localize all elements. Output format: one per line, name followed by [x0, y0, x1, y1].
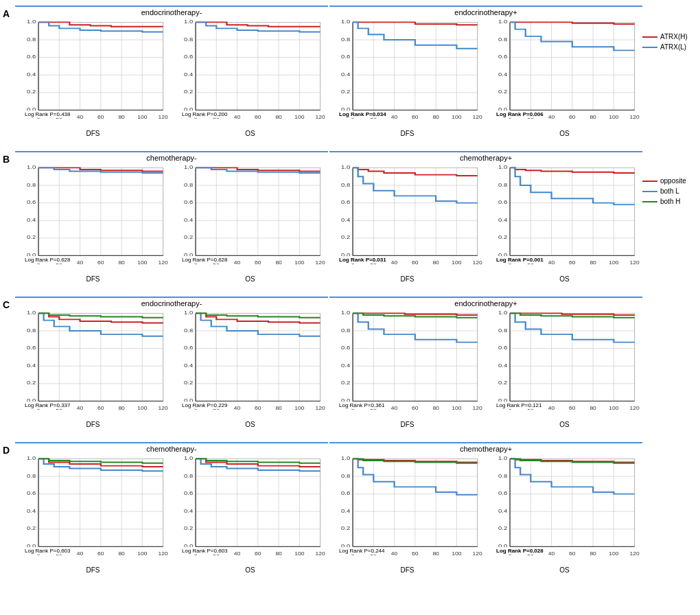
row-C: Cendocrinotherapy-0.00.20.40.60.81.00204… [3, 297, 642, 441]
svg-text:100: 100 [294, 115, 305, 120]
legend-item: both L [642, 187, 697, 195]
svg-text:0.2: 0.2 [341, 525, 350, 531]
svg-text:1.0: 1.0 [184, 164, 193, 170]
chart-svg-D-1-0: 0.00.20.40.60.81.0020406080100120Log Ran… [329, 454, 485, 566]
svg-text:1.0: 1.0 [341, 19, 350, 25]
chart-svg-A-0-1: 0.00.20.40.60.81.0020406080100120Log Ran… [172, 18, 328, 129]
svg-text:120: 120 [630, 260, 640, 266]
svg-text:60: 60 [412, 115, 419, 120]
svg-text:0.2: 0.2 [498, 525, 507, 531]
pval-D-1-0: Log Rank P=0.244 [338, 547, 386, 555]
svg-text:80: 80 [118, 260, 125, 266]
chart-svg-B-1-1: 0.00.20.40.60.81.0020406080100120Log Ran… [487, 163, 642, 275]
chart-xlabel-D-1-1: OS [559, 566, 569, 574]
svg-text:0.6: 0.6 [498, 54, 507, 60]
svg-text:100: 100 [452, 115, 462, 120]
legend-label: both L [660, 187, 679, 195]
group-C-1: endocrinotherapy+0.00.20.40.60.81.002040… [329, 297, 642, 428]
svg-text:0.6: 0.6 [184, 345, 193, 351]
svg-text:100: 100 [609, 551, 619, 557]
svg-text:1.0: 1.0 [27, 164, 36, 170]
charts-row-B-0: 0.00.20.40.60.81.0020406080100120Log Ran… [15, 163, 328, 283]
svg-text:60: 60 [412, 260, 419, 266]
chart-xlabel-B-1-1: OS [559, 275, 569, 283]
chart-wrap-A-1-1: 0.00.20.40.60.81.0020406080100120Log Ran… [487, 18, 642, 137]
svg-text:0.4: 0.4 [27, 362, 36, 368]
svg-text:120: 120 [630, 551, 640, 557]
svg-text:100: 100 [137, 260, 148, 266]
svg-text:0.2: 0.2 [27, 525, 36, 531]
svg-text:0.8: 0.8 [341, 181, 350, 187]
chart-wrap-C-1-1: 0.00.20.40.60.81.0020406080100120Log Ran… [487, 309, 642, 428]
svg-text:120: 120 [159, 115, 169, 120]
chart-svg-A-1-0: 0.00.20.40.60.81.0020406080100120Log Ran… [329, 18, 485, 129]
pval-B-1-0: Log Rank P=0.031 [338, 256, 388, 264]
row-B: Bchemotherapy-0.00.20.40.60.81.002040608… [3, 151, 642, 295]
svg-text:80: 80 [118, 406, 125, 411]
charts-row-C-1: 0.00.20.40.60.81.0020406080100120Log Ran… [329, 309, 642, 428]
svg-text:0.4: 0.4 [498, 362, 507, 368]
chart-svg-D-1-1: 0.00.20.40.60.81.0020406080100120Log Ran… [487, 454, 642, 566]
svg-text:80: 80 [118, 551, 125, 557]
svg-text:120: 120 [473, 406, 483, 411]
panels-column: Aendocrinotherapy-0.00.20.40.60.81.00204… [3, 5, 642, 612]
svg-text:0.6: 0.6 [184, 199, 193, 205]
charts-row-D-1: 0.00.20.40.60.81.0020406080100120Log Ran… [329, 454, 642, 574]
svg-text:1.0: 1.0 [27, 310, 36, 316]
pval-C-1-1: Log Rank P=0.121 [495, 402, 544, 409]
group-B-1: chemotherapy+0.00.20.40.60.81.0020406080… [329, 151, 642, 283]
svg-text:0.6: 0.6 [498, 490, 507, 496]
svg-text:0.6: 0.6 [27, 490, 36, 496]
svg-text:0.4: 0.4 [341, 216, 350, 222]
svg-text:0.2: 0.2 [341, 380, 350, 386]
group-title-A-1: endocrinotherapy+ [329, 5, 642, 16]
svg-text:0.4: 0.4 [498, 507, 507, 513]
chart-xlabel-C-1-0: DFS [401, 421, 415, 428]
svg-text:0.8: 0.8 [184, 472, 193, 478]
legend-line [642, 201, 657, 202]
svg-text:80: 80 [590, 406, 596, 411]
legend-item: ATRX(H) [642, 33, 697, 40]
svg-text:60: 60 [97, 551, 104, 557]
chart-wrap-D-1-0: 0.00.20.40.60.81.0020406080100120Log Ran… [329, 454, 485, 574]
charts-row-B-1: 0.00.20.40.60.81.0020406080100120Log Ran… [329, 163, 642, 283]
legend-ab: ATRX(H)ATRX(L) [642, 33, 697, 54]
pval-D-0-1: Log Rank P=0.603 [180, 547, 229, 555]
legend-item: ATRX(L) [642, 43, 697, 51]
chart-xlabel-C-0-0: DFS [86, 421, 100, 428]
svg-text:0.2: 0.2 [341, 89, 350, 95]
svg-text:0.8: 0.8 [341, 472, 350, 478]
svg-text:0.4: 0.4 [184, 71, 193, 77]
chart-svg-A-1-1: 0.00.20.40.60.81.0020406080100120Log Ran… [487, 18, 642, 129]
svg-text:0.8: 0.8 [341, 36, 350, 42]
svg-text:0.6: 0.6 [341, 54, 350, 60]
pval-B-1-1: Log Rank P=0.001 [495, 256, 545, 264]
svg-text:40: 40 [548, 406, 555, 411]
svg-text:120: 120 [159, 406, 169, 411]
svg-text:0.8: 0.8 [184, 181, 193, 187]
pval-C-1-0: Log Rank P=0.361 [338, 402, 386, 409]
svg-text:100: 100 [452, 406, 462, 411]
pval-A-1-1: Log Rank P=0.006 [495, 111, 545, 118]
legend-line [642, 36, 657, 38]
svg-text:120: 120 [316, 551, 326, 557]
chart-wrap-C-0-0: 0.00.20.40.60.81.0020406080100120Log Ran… [15, 309, 171, 428]
chart-xlabel-A-1-0: DFS [401, 130, 415, 137]
svg-text:0.2: 0.2 [27, 234, 36, 240]
svg-text:0.2: 0.2 [498, 380, 507, 386]
legend-cd: oppositeboth Lboth H [642, 177, 697, 208]
svg-text:0.8: 0.8 [27, 327, 36, 333]
svg-text:100: 100 [609, 260, 619, 266]
legend-label: ATRX(L) [660, 43, 686, 51]
svg-text:40: 40 [234, 406, 241, 411]
group-title-D-0: chemotherapy- [15, 442, 328, 453]
chart-wrap-D-0-1: 0.00.20.40.60.81.0020406080100120Log Ran… [172, 454, 328, 574]
svg-text:120: 120 [473, 260, 483, 266]
svg-text:100: 100 [294, 406, 305, 411]
pval-A-1-0: Log Rank P=0.034 [338, 111, 388, 118]
svg-text:0.8: 0.8 [184, 327, 193, 333]
svg-text:40: 40 [77, 406, 84, 411]
svg-text:0.2: 0.2 [27, 89, 36, 95]
svg-text:100: 100 [452, 551, 462, 557]
chart-wrap-A-0-1: 0.00.20.40.60.81.0020406080100120Log Ran… [172, 18, 328, 137]
